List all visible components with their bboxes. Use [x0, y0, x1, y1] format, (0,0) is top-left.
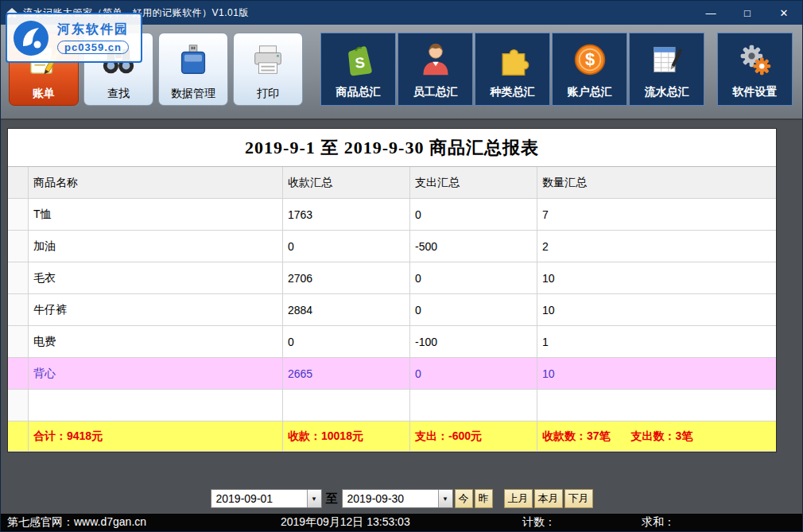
- minimize-button[interactable]: —: [692, 1, 729, 25]
- table-row[interactable]: T恤 1763 0 7: [8, 199, 776, 231]
- cell-quantity: 10: [537, 358, 776, 390]
- table-row[interactable]: 毛衣 2706 0 10: [8, 262, 776, 294]
- cell-expense: -100: [410, 326, 537, 358]
- svg-text:S: S: [354, 53, 365, 71]
- total-expense-count: 支出数：3笔: [631, 429, 693, 444]
- start-date-select[interactable]: 2019-09-01 ▼: [211, 489, 322, 508]
- row-selector-cell[interactable]: [8, 262, 29, 294]
- column-header-product[interactable]: 商品名称: [29, 167, 283, 199]
- today-button[interactable]: 今: [455, 489, 473, 508]
- account-summary-label: 账户总汇: [568, 85, 612, 99]
- total-counts-cell: 收款数：37笔 支出数：3笔: [537, 421, 776, 452]
- watermark-site-url: pc0359.cn: [57, 41, 129, 54]
- watermark-site-name: 河东软件园: [57, 22, 129, 36]
- gears-icon: [738, 33, 773, 85]
- cell-expense: [410, 390, 537, 421]
- cell-expense: -500: [410, 231, 537, 262]
- table-header-row: 商品名称 收款汇总 支出汇总 数量汇总: [8, 167, 776, 199]
- goods-summary-button[interactable]: S 商品总汇: [320, 33, 396, 106]
- maximize-button[interactable]: □: [729, 1, 766, 25]
- cell-product-name: 加油: [29, 231, 283, 262]
- start-date-value: 2019-09-01: [211, 490, 307, 507]
- settings-button[interactable]: 软件设置: [717, 33, 793, 106]
- report-table: 2019-9-1 至 2019-9-30 商品汇总报表 商品名称 收款汇总 支出…: [7, 128, 777, 452]
- main-content: 2019-9-1 至 2019-9-30 商品汇总报表 商品名称 收款汇总 支出…: [1, 120, 802, 514]
- header-selector-cell: [8, 167, 29, 199]
- total-income-count: 收款数：37笔: [542, 429, 611, 444]
- account-summary-button[interactable]: $ 账户总汇: [552, 33, 627, 106]
- table-row-empty[interactable]: [8, 390, 776, 421]
- cell-product-name: [29, 390, 283, 421]
- print-button[interactable]: 打印: [233, 33, 303, 106]
- cell-product-name: 背心: [29, 358, 283, 390]
- cell-income: 2706: [283, 262, 410, 294]
- goods-summary-label: 商品总汇: [336, 85, 381, 99]
- column-header-income[interactable]: 收款汇总: [283, 167, 410, 199]
- printer-icon: [250, 33, 286, 87]
- cell-product-name: T恤: [29, 199, 283, 231]
- settings-button-label: 软件设置: [733, 85, 778, 99]
- total-selector-cell: [8, 421, 29, 452]
- usb-drive-icon: [175, 33, 211, 87]
- row-selector-cell[interactable]: [8, 358, 29, 390]
- summary-button-group: S 商品总汇 员工总汇 种类总汇 $ 账户总汇: [320, 33, 706, 106]
- cell-expense: 0: [410, 358, 537, 390]
- status-bar: 第七感官网：www.d7gan.cn 2019年09月12日 13:53:03 …: [1, 514, 802, 531]
- dollar-coin-icon: $: [572, 33, 607, 85]
- shopping-bag-icon: S: [341, 33, 376, 85]
- next-month-button[interactable]: 下月: [564, 489, 593, 508]
- staff-summary-label: 员工总汇: [413, 85, 458, 99]
- row-selector-cell[interactable]: [8, 294, 29, 326]
- column-header-quantity[interactable]: 数量汇总: [537, 167, 776, 199]
- window-controls: — □ ✕: [692, 1, 802, 25]
- app-window: 流水记账大管家（简单，好用的记账软件）V1.01版 — □ ✕ 账单 查找 数据…: [0, 0, 803, 532]
- table-row[interactable]: 电费 0 -100 1: [8, 326, 776, 358]
- total-sum: 合计：9418元: [29, 421, 283, 452]
- flow-summary-label: 流水总汇: [645, 85, 689, 99]
- date-filter-bar: 2019-09-01 ▼ 至 2019-09-30 ▼ 今 昨 上月 本月 下月: [1, 489, 802, 508]
- total-expense: 支出：-600元: [410, 421, 537, 452]
- category-summary-label: 种类总汇: [491, 85, 535, 99]
- flow-summary-button[interactable]: 流水总汇: [629, 33, 704, 106]
- yesterday-button[interactable]: 昨: [475, 489, 493, 508]
- cell-product-name: 电费: [29, 326, 283, 358]
- cell-income: 0: [283, 231, 410, 262]
- table-row[interactable]: 加油 0 -500 2: [8, 231, 776, 262]
- table-total-row: 合计：9418元 收款：10018元 支出：-600元 收款数：37笔 支出数：…: [8, 421, 776, 452]
- row-selector-cell[interactable]: [8, 390, 29, 421]
- data-manage-button[interactable]: 数据管理: [158, 33, 228, 106]
- status-count-label: 计数：: [522, 515, 556, 530]
- cell-quantity: 1: [537, 326, 776, 358]
- to-label: 至: [326, 491, 338, 507]
- row-selector-cell[interactable]: [8, 231, 29, 262]
- cell-expense: 0: [410, 294, 537, 326]
- chevron-down-icon[interactable]: ▼: [307, 490, 321, 507]
- row-selector-cell[interactable]: [8, 326, 29, 358]
- cell-quantity: 10: [537, 294, 776, 326]
- report-title: 2019-9-1 至 2019-9-30 商品汇总报表: [8, 129, 776, 167]
- column-header-expense[interactable]: 支出汇总: [410, 167, 537, 199]
- bill-button-label: 账单: [33, 87, 55, 101]
- spreadsheet-pen-icon: [650, 33, 685, 85]
- status-website: 第七感官网：www.d7gan.cn: [7, 515, 146, 530]
- close-button[interactable]: ✕: [766, 1, 802, 25]
- settings-button-wrap: 软件设置: [717, 33, 794, 106]
- cell-expense: 0: [410, 199, 537, 231]
- person-icon: [418, 33, 453, 85]
- cell-expense: 0: [410, 262, 537, 294]
- end-date-select[interactable]: 2019-09-30 ▼: [342, 489, 453, 508]
- staff-summary-button[interactable]: 员工总汇: [398, 33, 473, 106]
- cell-income: 1763: [283, 199, 410, 231]
- svg-text:$: $: [584, 49, 594, 69]
- this-month-button[interactable]: 本月: [534, 489, 563, 508]
- table-row-selected[interactable]: 背心 2665 0 10: [8, 358, 776, 390]
- cell-income: 0: [283, 326, 410, 358]
- table-row[interactable]: 牛仔裤 2884 0 10: [8, 294, 776, 326]
- chevron-down-icon[interactable]: ▼: [438, 490, 452, 507]
- total-income: 收款：10018元: [283, 421, 410, 452]
- category-summary-button[interactable]: 种类总汇: [475, 33, 550, 106]
- row-selector-cell[interactable]: [8, 199, 29, 231]
- cell-product-name: 毛衣: [29, 262, 283, 294]
- data-manage-button-label: 数据管理: [171, 87, 215, 101]
- prev-month-button[interactable]: 上月: [504, 489, 533, 508]
